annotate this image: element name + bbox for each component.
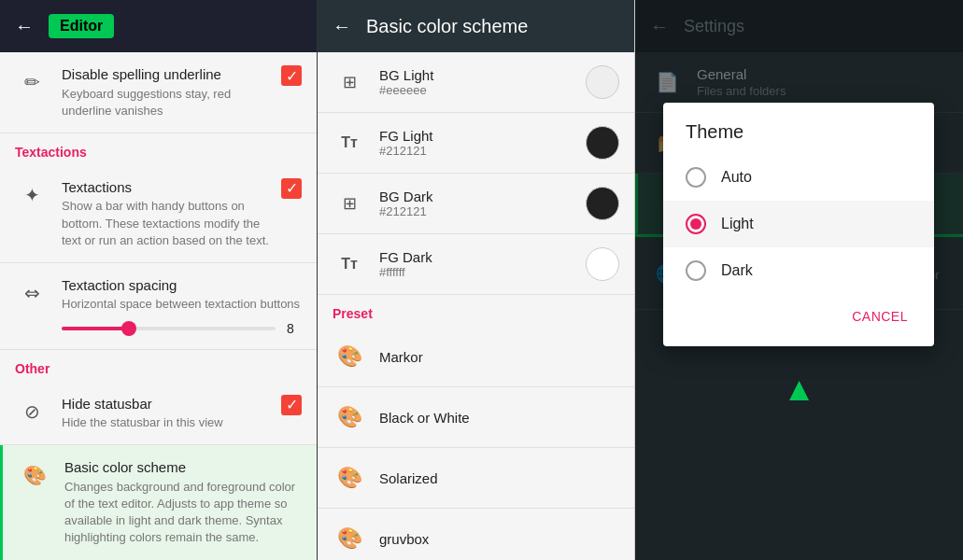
statusbar-title: Hide statusbar — [62, 395, 272, 413]
preset-solarized[interactable]: 🎨 Solarized — [318, 448, 634, 509]
textactions-icon: ✦ — [15, 178, 49, 212]
palette-gruvbox-icon: 🎨 — [333, 522, 366, 555]
preset-gruvbox[interactable]: 🎨 gruvbox — [318, 509, 634, 560]
preset-markor[interactable]: 🎨 Markor — [318, 327, 634, 387]
radio-inner-light — [690, 218, 701, 230]
preset-markor-name: Markor — [379, 349, 423, 365]
statusbar-checkbox[interactable]: ✓ — [281, 395, 302, 415]
middle-back-button[interactable]: ← — [333, 16, 351, 37]
bg-dark-name: BG Dark — [379, 189, 586, 204]
setting-textactions[interactable]: ✦ Textactions Show a bar with handy butt… — [0, 165, 317, 263]
dialog-actions: CANCEL — [663, 294, 934, 346]
left-content: ✏ Disable spelling underline Keyboard su… — [0, 52, 317, 560]
right-panel: ← Settings 📄 General Files and folders 📁… — [635, 0, 963, 560]
textactions-title: Textactions — [62, 178, 272, 197]
spacing-desc: Horizontal space between textaction butt… — [62, 296, 302, 313]
bg-dark-hex: #212121 — [379, 204, 586, 218]
spacing-title: Textaction spacing — [62, 276, 302, 295]
bg-light-hex: #eeeeee — [379, 83, 586, 97]
left-header: ← Editor — [0, 0, 317, 52]
statusbar-icon: ⊘ — [15, 395, 49, 428]
setting-basic-color-scheme[interactable]: 🎨 Basic color scheme Changes background … — [0, 445, 317, 560]
cancel-button[interactable]: CANCEL — [841, 301, 919, 331]
palette-markor-icon: 🎨 — [333, 340, 366, 373]
color-item-fg-dark[interactable]: Tт FG Dark #ffffff — [318, 234, 634, 295]
spelling-icon: ✏ — [15, 65, 49, 99]
left-panel: ← Editor ✏ Disable spelling underline Ke… — [0, 0, 318, 560]
theme-dialog: Theme Auto Light — [663, 103, 934, 346]
left-back-button[interactable]: ← — [15, 16, 34, 37]
slider-row: 8 — [62, 321, 302, 336]
radio-dark[interactable] — [686, 260, 706, 281]
dialog-option-auto[interactable]: Auto — [663, 154, 934, 201]
middle-content: ⊞ BG Light #eeeeee Tт FG Light #212121 ⊞… — [318, 52, 634, 560]
bg-light-swatch[interactable] — [586, 65, 619, 99]
green-arrow-annotation: ▲ — [783, 372, 816, 406]
fg-light-hex: #212121 — [379, 144, 586, 158]
setting-textaction-spacing[interactable]: ⇔ Textaction spacing Horizontal space be… — [0, 263, 317, 350]
slider-value: 8 — [287, 321, 302, 336]
right-inner: ← Settings 📄 General Files and folders 📁… — [635, 0, 963, 560]
fg-light-swatch[interactable] — [586, 126, 619, 160]
dialog-title: Theme — [663, 103, 934, 154]
fg-dark-name: FG Dark — [379, 249, 586, 265]
bg-dark-swatch[interactable] — [586, 187, 619, 220]
bg-light-name: BG Light — [379, 67, 586, 83]
color-item-bg-dark[interactable]: ⊞ BG Dark #212121 — [318, 174, 634, 234]
preset-black-white[interactable]: 🎨 Black or White — [318, 387, 634, 448]
palette-bw-icon: 🎨 — [333, 400, 366, 434]
color-scheme-icon: 🎨 — [18, 458, 51, 492]
preset-section-label: Preset — [318, 295, 634, 327]
fg-dark-icon: Tт — [333, 247, 366, 281]
preset-solar-name: Solarized — [379, 470, 438, 486]
statusbar-desc: Hide the statusbar in this view — [62, 414, 272, 431]
radio-light[interactable] — [686, 214, 706, 234]
auto-label: Auto — [721, 169, 752, 186]
slider-fill — [62, 327, 126, 330]
dark-label: Dark — [721, 262, 753, 279]
textactions-checkbox[interactable]: ✓ — [281, 178, 302, 199]
checkbox-checked-icon3: ✓ — [281, 395, 302, 415]
preset-bw-name: Black or White — [379, 410, 470, 426]
bg-light-icon: ⊞ — [333, 65, 366, 99]
textactions-desc: Show a bar with handy buttons on bottom.… — [62, 198, 272, 249]
fg-dark-swatch[interactable] — [586, 247, 619, 281]
light-label: Light — [721, 216, 754, 232]
setting-hide-statusbar[interactable]: ⊘ Hide statusbar Hide the statusbar in t… — [0, 382, 317, 446]
preset-gruvbox-name: gruvbox — [379, 531, 429, 547]
radio-auto[interactable] — [686, 167, 706, 188]
bg-dark-icon: ⊞ — [333, 187, 366, 220]
textactions-section-label: Textactions — [0, 133, 317, 165]
palette-solar-icon: 🎨 — [333, 461, 366, 495]
color-item-fg-light[interactable]: Tт FG Light #212121 — [318, 113, 634, 174]
spacing-icon: ⇔ — [15, 276, 49, 310]
dialog-option-light[interactable]: Light — [663, 201, 934, 247]
color-scheme-desc: Changes background and foreground color … — [64, 479, 302, 547]
fg-light-name: FG Light — [379, 128, 586, 144]
setting-disable-spelling[interactable]: ✏ Disable spelling underline Keyboard su… — [0, 52, 317, 133]
spelling-title: Disable spelling underline — [62, 65, 272, 84]
fg-dark-hex: #ffffff — [379, 265, 586, 279]
dialog-option-dark[interactable]: Dark — [663, 247, 934, 294]
checkbox-checked-icon: ✓ — [281, 65, 302, 86]
slider-thumb[interactable] — [121, 321, 136, 336]
spelling-desc: Keyboard suggestions stay, red underline… — [62, 86, 272, 119]
checkbox-checked-icon2: ✓ — [281, 178, 302, 199]
middle-header: ← Basic color scheme — [318, 0, 634, 52]
middle-title: Basic color scheme — [366, 16, 528, 37]
dialog-overlay: ▲ Theme Auto Light — [635, 0, 963, 560]
fg-light-icon: Tт — [333, 126, 366, 160]
spelling-checkbox[interactable]: ✓ — [281, 65, 302, 86]
editor-badge: Editor — [49, 14, 114, 38]
color-scheme-title: Basic color scheme — [64, 458, 302, 477]
other-section-label: Other — [0, 350, 317, 382]
slider-track[interactable] — [62, 327, 276, 330]
middle-panel: ← Basic color scheme ⊞ BG Light #eeeeee … — [318, 0, 635, 560]
color-item-bg-light[interactable]: ⊞ BG Light #eeeeee — [318, 52, 634, 113]
